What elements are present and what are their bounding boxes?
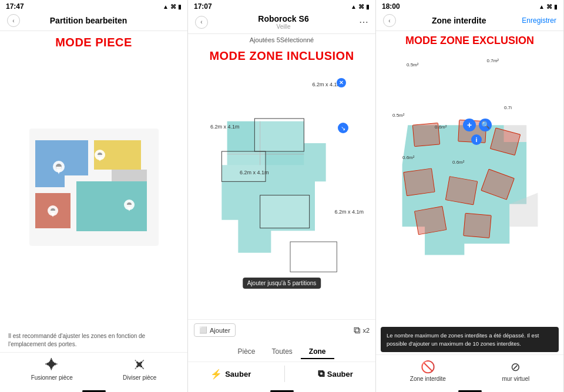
more-options-button[interactable]: ⋯	[359, 16, 368, 28]
svg-rect-20	[290, 242, 337, 272]
status-bar-1: 17:47 ▲ ⌘ ▮	[0, 0, 187, 12]
map-area-3[interactable]: 0.5m² 0.7m² 0.7i 0.5m² 0.6m² 0.6m² 0.6m²…	[376, 49, 563, 325]
device-name: Roborock S6	[208, 14, 359, 23]
merge-icon: ⯌	[45, 357, 58, 373]
status-icons-2: ▲ ⌘ ▮	[351, 4, 370, 10]
header-1: ‹ Partition bearbeiten	[0, 12, 187, 31]
p2-bottom: ⬜ Ajouter Ajouter jusqu'à 5 partitions ⧉…	[188, 319, 375, 388]
zone-handle-1[interactable]: ↘	[338, 123, 348, 133]
clean-button-1[interactable]: ⚡ Sauber	[210, 369, 251, 380]
zone-label-4: 6.2m x 4.1m	[334, 209, 364, 215]
tab-toutes[interactable]: Toutes	[264, 345, 301, 359]
forbidden-zone-button[interactable]: 🚫 Zone interdite	[410, 360, 446, 382]
floor-plan-svg-3	[388, 114, 552, 261]
add-bar: ⬜ Ajouter Ajouter jusqu'à 5 partitions ⧉…	[188, 319, 375, 340]
svg-rect-25	[445, 176, 477, 204]
size-label-6: 0.6m²	[402, 155, 414, 160]
wifi-icon-3: ⌘	[546, 4, 552, 10]
panel-mode-piece: 17:47 ▲ ⌘ ▮ ‹ Partition bearbeiten MODE …	[0, 0, 188, 392]
x2-button[interactable]: ⧉ x2	[354, 325, 370, 336]
bottom-toolbar-1: ⯌ Fusionner pièce ⯍ Diviser pièce	[0, 352, 187, 388]
tab-zone[interactable]: Zone	[301, 345, 334, 359]
svg-rect-1	[112, 170, 147, 181]
clean-row: ⚡ Sauber ⧉ Sauber	[188, 361, 375, 388]
device-status: Veille	[208, 23, 359, 30]
merge-room-button[interactable]: ⯌ Fusionner pièce	[31, 357, 73, 381]
clean-button-2[interactable]: ⧉ Sauber	[318, 369, 353, 379]
noodle-icon: ⧉	[318, 369, 324, 379]
size-label-2: 0.7m²	[487, 58, 499, 63]
floor-plan-svg-2	[200, 110, 364, 275]
search-button[interactable]: 🔍	[479, 119, 492, 131]
back-button-2[interactable]: ‹	[195, 16, 208, 29]
zone-label-3: 6.2m x 4.1m	[240, 170, 269, 175]
floor-plan-svg-1	[24, 123, 164, 258]
tab-piece[interactable]: Pièce	[229, 345, 263, 359]
wifi-icon-2: ⌘	[358, 4, 364, 10]
divider	[284, 366, 285, 382]
lightning-icon: ⚡	[210, 369, 222, 380]
time-3: 18:00	[382, 2, 400, 11]
mode-zone-inclusion-label: MODE ZONE INCLUSION	[188, 45, 375, 65]
header-3: ‹ Zone interdite Enregistrer	[376, 12, 563, 31]
exclusion-tooltip: Le nombre maximum de zones interdites a …	[381, 327, 559, 352]
add-partition-button[interactable]: ⬜ Ajouter	[194, 323, 236, 337]
zone-close-button-1[interactable]: ✕	[337, 78, 346, 87]
time-2: 17:07	[194, 2, 212, 11]
virtual-wall-label: mur virtuel	[502, 376, 530, 382]
battery-icon-3: ▮	[554, 4, 558, 10]
svg-rect-28	[463, 213, 491, 238]
size-label-7: 0.6m²	[452, 160, 464, 165]
merge-label: Fusionner pièce	[31, 374, 73, 381]
add-icon: ⬜	[199, 326, 207, 334]
time-1: 17:47	[6, 2, 24, 11]
panel-zone-inclusion: 17:07 ▲ ⌘ ▮ ‹ Roborock S6 Veille ⋯ Ajout…	[188, 0, 376, 392]
back-button-3[interactable]: ‹	[383, 14, 396, 27]
split-room-button[interactable]: ⯍ Diviser pièce	[123, 357, 156, 381]
status-icons-1: ▲ ⌘ ▮	[163, 4, 182, 10]
virtual-wall-button[interactable]: ⊘ mur virtuel	[502, 360, 530, 382]
svg-rect-18	[221, 151, 266, 181]
signal-icon-2: ▲	[351, 4, 357, 10]
panel-zone-exclusion: 18:00 ▲ ⌘ ▮ ‹ Zone interdite Enregistrer…	[376, 0, 564, 392]
header-title-1: Partition bearbeiten	[20, 16, 157, 25]
header-2: ‹ Roborock S6 Veille ⋯	[188, 12, 375, 34]
mode-zone-exclusion-label: MODE ZONE EXCLUSION	[376, 31, 563, 49]
back-button-1[interactable]: ‹	[7, 14, 20, 27]
noodles-icon: ⧉	[354, 325, 360, 336]
forbidden-zone-label: Zone interdite	[410, 376, 446, 382]
header-title-3: Zone interdite	[396, 16, 522, 25]
virtual-wall-icon: ⊘	[511, 360, 521, 374]
size-label-5: 0.6m²	[435, 124, 446, 130]
wifi-icon: ⌘	[170, 4, 176, 10]
battery-icon: ▮	[178, 4, 182, 10]
svg-rect-19	[260, 195, 309, 228]
add-tooltip: Ajouter jusqu'à 5 partitions	[243, 278, 321, 289]
signal-icon-3: ▲	[539, 4, 545, 10]
split-icon: ⯍	[133, 357, 146, 373]
mode-piece-label: MODE PIECE	[0, 31, 187, 52]
info-button[interactable]: i	[471, 134, 482, 145]
x2-label: x2	[362, 327, 370, 334]
signal-icon: ▲	[163, 4, 169, 10]
p3-toolbar: 🚫 Zone interdite ⊘ mur virtuel	[376, 354, 563, 388]
size-label-1: 0.5m²	[407, 62, 418, 67]
status-icons-3: ▲ ⌘ ▮	[539, 4, 558, 10]
save-button[interactable]: Enregistrer	[522, 16, 556, 25]
svg-rect-24	[403, 168, 434, 196]
svg-rect-17	[254, 119, 304, 151]
forbidden-zone-icon: 🚫	[421, 360, 435, 374]
header-title-block-2: Roborock S6 Veille	[208, 14, 359, 30]
size-label-4: 0.5m²	[392, 113, 404, 118]
add-btn-label: Ajouter	[210, 327, 230, 334]
battery-icon-2: ▮	[366, 4, 370, 10]
zone-label-2: 6.2m x 4.1m	[210, 124, 240, 130]
add-zone-button[interactable]: +	[463, 119, 476, 131]
clean-label-2: Sauber	[327, 370, 353, 379]
status-bar-3: 18:00 ▲ ⌘ ▮	[376, 0, 563, 12]
bottom-info-text-1: Il est recommandé d'ajuster les zones en…	[0, 329, 187, 352]
size-label-3: 0.7i	[504, 105, 512, 110]
add-bar-wrapper: ⬜ Ajouter Ajouter jusqu'à 5 partitions ⧉…	[188, 319, 375, 340]
status-bar-2: 17:07 ▲ ⌘ ▮	[188, 0, 375, 12]
svg-rect-27	[414, 206, 446, 234]
